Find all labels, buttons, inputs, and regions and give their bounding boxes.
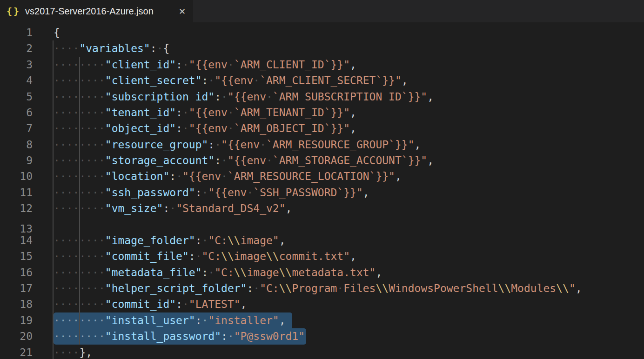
line-number[interactable]: 14 [0, 233, 33, 248]
line-number[interactable]: 4 [0, 73, 33, 88]
line-content: ········"client_id":·"{{env·`ARM_CLIENT_… [54, 57, 356, 73]
line-content: ········"resource_group":·"{{env·`ARM_RE… [54, 137, 421, 153]
whitespace-dots: · [228, 122, 234, 134]
whitespace-dots: · [176, 170, 182, 182]
line-number[interactable]: 20 [0, 328, 33, 344]
code-line[interactable]: 20········"install_password":·"P@ssw0rd1… [0, 328, 644, 344]
line-content: ········"metadata_file":·"C:\\image\\met… [54, 265, 382, 280]
line-number[interactable]: 21 [0, 345, 33, 359]
line-number[interactable]: 11 [0, 185, 33, 200]
line-number[interactable]: 9 [0, 153, 33, 168]
code-line[interactable]: 5········"subscription_id":·"{{env·`ARM_… [0, 89, 644, 105]
tab-vs2017-server2016-azure-json[interactable]: {} vs2017-Server2016-Azure.json ✕ [0, 0, 193, 22]
line-content: ········"image_folder":·"C:\\image", [54, 233, 286, 248]
code-line[interactable]: 6········"tenant_id":·"{{env·`ARM_TENANT… [0, 105, 644, 120]
whitespace-dots: · [202, 314, 208, 326]
line-content: ········"helper_script_folder":·"C:\\Pro… [54, 280, 582, 296]
code-line[interactable]: 19········"install_user":·"installer", [0, 312, 644, 328]
line-number[interactable]: 5 [0, 89, 33, 105]
line-number[interactable]: 8 [0, 137, 33, 153]
line-number[interactable]: 16 [0, 265, 33, 280]
whitespace-dots: · [266, 91, 273, 103]
whitespace-dots: · [266, 154, 273, 166]
line-content: ········"client_secret":·"{{env·`ARM_CLI… [54, 73, 408, 88]
code-line[interactable]: 12········"vm_size":·"Standard_DS4_v2", [0, 200, 644, 216]
line-number[interactable]: 17 [0, 280, 33, 296]
whitespace-dots: · [253, 282, 260, 294]
whitespace-dots: · [182, 298, 189, 310]
code-line[interactable]: 14········"image_folder":·"C:\\image", [0, 233, 644, 248]
vscode-window: {} vs2017-Server2016-Azure.json ✕ 1{2···… [0, 0, 644, 359]
whitespace-dots: · [215, 139, 221, 151]
line-number[interactable]: 10 [0, 168, 33, 184]
tab-bar: {} vs2017-Server2016-Azure.json ✕ [0, 0, 644, 22]
code-line[interactable]: 10········"location":·"{{env·`ARM_RESOUR… [0, 168, 644, 184]
code-line[interactable]: 15········"commit_file":·"C:\\image\\com… [0, 248, 644, 264]
line-number[interactable]: 2 [0, 40, 33, 56]
whitespace-dots: · [208, 74, 215, 86]
whitespace-dots: · [157, 42, 163, 54]
code-line[interactable]: 13 [0, 217, 644, 233]
tab-close-button[interactable]: ✕ [179, 7, 186, 16]
line-number[interactable]: 18 [0, 296, 33, 312]
code-line[interactable]: 4········"client_secret":·"{{env·`ARM_CL… [0, 73, 644, 88]
selection-highlight: ········"install_user":·"installer", [54, 312, 292, 328]
code-line[interactable]: 11········"ssh_password":·"{{env·`SSH_PA… [0, 185, 644, 200]
line-content: ········"ssh_password":·"{{env·`SSH_PASS… [54, 185, 369, 200]
line-number[interactable]: 12 [0, 200, 33, 216]
code-line[interactable]: 1{ [0, 25, 644, 40]
whitespace-dots: ···· [54, 42, 79, 54]
whitespace-dots: · [182, 106, 189, 119]
whitespace-dots: · [182, 59, 189, 71]
whitespace-dots: · [247, 186, 253, 199]
line-number[interactable]: 6 [0, 105, 33, 120]
line-content: ········"commit_file":·"C:\\image\\commi… [54, 248, 356, 264]
code-lines: 1{2····"variables":·{3········"client_id… [0, 25, 644, 359]
whitespace-dots: · [202, 234, 208, 246]
whitespace-dots: · [221, 91, 228, 103]
code-line[interactable]: 21····}, [0, 345, 644, 359]
code-line[interactable]: 16········"metadata_file":·"C:\\image\\m… [0, 265, 644, 280]
whitespace-dots: · [253, 74, 260, 86]
whitespace-dots: · [169, 202, 176, 214]
line-content: ····"variables":·{ [54, 40, 169, 56]
code-line[interactable]: 8········"resource_group":·"{{env·`ARM_R… [0, 137, 644, 153]
whitespace-dots: · [337, 282, 343, 294]
line-content: ········"commit_id":·"LATEST", [54, 296, 247, 312]
whitespace-dots: · [228, 106, 234, 119]
tab-title: vs2017-Server2016-Azure.json [25, 6, 173, 17]
line-content: ········"vm_size":·"Standard_DS4_v2", [54, 200, 292, 216]
code-line[interactable]: 9········"storage_account":·"{{env·`ARM_… [0, 153, 644, 168]
whitespace-dots: · [202, 186, 208, 199]
code-line[interactable]: 18········"commit_id":·"LATEST", [0, 296, 644, 312]
whitespace-dots: · [208, 266, 215, 279]
line-content: ········"tenant_id":·"{{env·`ARM_TENANT_… [54, 105, 356, 120]
whitespace-dots: · [221, 154, 228, 166]
code-line[interactable]: 3········"client_id":·"{{env·`ARM_CLIENT… [0, 57, 644, 73]
code-line[interactable]: 17········"helper_script_folder":·"C:\\P… [0, 280, 644, 296]
line-content: ········"location":·"{{env·`ARM_RESOURCE… [54, 168, 402, 184]
line-content: ········"object_id":·"{{env·`ARM_OBJECT_… [54, 120, 356, 136]
line-number[interactable]: 19 [0, 312, 33, 328]
whitespace-dots: · [195, 250, 202, 262]
line-number[interactable]: 7 [0, 120, 33, 136]
line-content: ········"subscription_id":·"{{env·`ARM_S… [54, 89, 434, 105]
line-number[interactable]: 1 [0, 25, 33, 40]
line-number[interactable]: 15 [0, 248, 33, 264]
whitespace-dots: ···· [54, 346, 79, 359]
whitespace-dots: · [228, 59, 234, 71]
whitespace-dots: · [228, 330, 234, 342]
selection-highlight: ········"install_password":·"P@ssw0rd1" [54, 328, 306, 344]
code-line[interactable]: 7········"object_id":·"{{env·`ARM_OBJECT… [0, 120, 644, 136]
whitespace-dots: · [182, 122, 189, 134]
line-number[interactable]: 3 [0, 57, 33, 73]
indent-guide [53, 40, 54, 359]
whitespace-dots: · [260, 139, 266, 151]
line-content: ····}, [54, 345, 92, 359]
code-line[interactable]: 2····"variables":·{ [0, 40, 644, 56]
line-content: { [54, 25, 60, 40]
json-file-icon: {} [7, 6, 20, 17]
code-editor[interactable]: 1{2····"variables":·{3········"client_id… [0, 22, 644, 359]
whitespace-dots: · [221, 170, 228, 182]
line-content: ········"storage_account":·"{{env·`ARM_S… [54, 153, 434, 168]
